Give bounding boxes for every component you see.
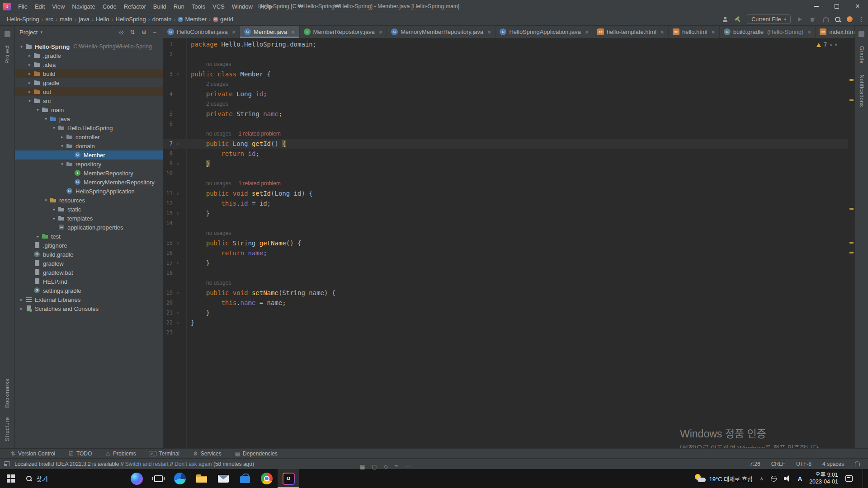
- taskbar-clock[interactable]: 오후 9:01 2023-04-01: [809, 472, 838, 485]
- chevron-collapsed-icon[interactable]: ▸: [34, 234, 42, 239]
- volume-icon[interactable]: [784, 475, 791, 482]
- encoding-widget[interactable]: UTF-8: [796, 461, 811, 467]
- tree-item-memorymemberrepository[interactable]: MemoryMemberRepository: [15, 178, 163, 187]
- tree-item-java[interactable]: ▾java: [15, 114, 163, 123]
- taskbar-app-intellij[interactable]: IJ: [278, 469, 299, 488]
- code-with-me-icon[interactable]: [722, 16, 729, 23]
- tree-item-out[interactable]: ▸out: [15, 87, 163, 96]
- tree-item-hello-spring[interactable]: ▾Hello-SpringC:₩Hello-Spring₩Hello-Sprin…: [15, 42, 163, 51]
- tree-item-gradlew[interactable]: gradlew: [15, 259, 163, 268]
- show-desktop-button[interactable]: [863, 469, 865, 488]
- build-hammer-icon[interactable]: [734, 16, 741, 23]
- tree-item-build[interactable]: ▸build: [15, 69, 163, 78]
- code-text[interactable]: this.id = id;: [183, 200, 271, 207]
- code-text[interactable]: }: [183, 160, 210, 167]
- tool-button-services[interactable]: ⚙Services: [193, 450, 222, 457]
- code-text[interactable]: public Long getId() {: [183, 140, 286, 147]
- code-text[interactable]: }: [183, 210, 210, 217]
- usages-hint[interactable]: 2 usages: [206, 81, 228, 87]
- tab-memorymemberrepository-java[interactable]: CMemoryMemberRepository.java×: [387, 26, 495, 38]
- usages-hint[interactable]: no usages: [206, 131, 231, 137]
- menu-edit[interactable]: Edit: [31, 2, 48, 11]
- code-text[interactable]: this.name = name;: [183, 299, 286, 306]
- warning-stripe-mark[interactable]: [849, 242, 854, 244]
- tab-close-icon[interactable]: ×: [379, 28, 382, 36]
- maximize-button[interactable]: [826, 0, 847, 13]
- code-area[interactable]: 1package Hello.HelloSpring.domain;2no us…: [163, 38, 848, 338]
- profiler-icon[interactable]: [821, 16, 829, 23]
- settings-sync-icon[interactable]: [847, 16, 853, 22]
- chevron-expanded-icon[interactable]: ▾: [58, 162, 66, 166]
- tab-memberrepository-java[interactable]: IMemberRepository.java×: [300, 26, 387, 38]
- usages-hint[interactable]: no usages: [206, 180, 231, 187]
- related-problems-hint[interactable]: 1 related problem: [238, 180, 280, 187]
- chevron-collapsed-icon[interactable]: ▸: [26, 53, 33, 58]
- chevron-collapsed-icon[interactable]: ▸: [18, 297, 25, 302]
- tree-item-application-properties[interactable]: application.properties: [15, 223, 163, 232]
- project-tool-icon[interactable]: [5, 31, 10, 37]
- tree-item-resources[interactable]: ▾resources: [15, 196, 163, 205]
- tree-item-repository[interactable]: ▾repository: [15, 160, 163, 169]
- tool-button-dependencies[interactable]: ▦Dependencies: [235, 450, 278, 457]
- tab-close-icon[interactable]: ×: [712, 28, 715, 36]
- hidden-icons-chevron[interactable]: ∧: [760, 476, 764, 482]
- tool-button-bookmarks[interactable]: Bookmarks: [4, 379, 10, 408]
- taskbar-app-chrome[interactable]: [256, 469, 278, 488]
- breadcrumb-item-getid[interactable]: mgetId: [212, 15, 235, 23]
- next-problem-icon[interactable]: ∨: [835, 42, 837, 47]
- grid-icon[interactable]: ▦: [360, 464, 365, 470]
- taskbar-app-file-explorer[interactable]: [191, 469, 212, 488]
- editor[interactable]: 1package Hello.HelloSpring.domain;2no us…: [163, 38, 854, 448]
- tree-item-gradle[interactable]: ▸.gradle: [15, 51, 163, 60]
- menu-file[interactable]: File: [14, 2, 31, 11]
- menu-vcs[interactable]: VCS: [209, 2, 228, 11]
- chevron-expanded-icon[interactable]: ▾: [34, 108, 42, 112]
- taskbar-app-mail[interactable]: [212, 469, 234, 488]
- tree-item-domain[interactable]: ▾domain: [15, 141, 163, 150]
- tab-build-gradle[interactable]: Gbuild.gradle(Hello-Spring)×: [720, 26, 816, 38]
- notifications-bell-icon[interactable]: [855, 461, 860, 466]
- chevron-collapsed-icon[interactable]: ▸: [26, 89, 33, 94]
- code-text[interactable]: private String name;: [183, 110, 282, 117]
- code-text[interactable]: public String getName() {: [183, 239, 301, 247]
- menu-view[interactable]: View: [48, 2, 68, 11]
- tree-item-main[interactable]: ▾main: [15, 105, 163, 114]
- tree-item-hello-hellospring[interactable]: ▾Hello.HelloSpring: [15, 123, 163, 132]
- taskbar-app-cortana[interactable]: [126, 469, 147, 488]
- chevron-expanded-icon[interactable]: ▾: [26, 99, 33, 103]
- code-text[interactable]: }: [183, 319, 194, 326]
- tab-close-icon[interactable]: ×: [807, 28, 811, 36]
- usages-hint[interactable]: no usages: [206, 61, 231, 67]
- project-view-dropdown[interactable]: Project: [19, 29, 38, 36]
- more-actions-icon[interactable]: ⋮: [858, 16, 863, 23]
- menu-tools[interactable]: Tools: [188, 2, 209, 11]
- collapse-all-icon[interactable]: ⇅: [130, 29, 135, 36]
- chevron-collapsed-icon[interactable]: ▸: [58, 135, 66, 139]
- tab-hello-html[interactable]: <>hello.html×: [669, 26, 720, 38]
- menu-run[interactable]: Run: [170, 2, 188, 11]
- network-icon[interactable]: [771, 476, 777, 482]
- toolwindow-switcher-icon[interactable]: [4, 461, 10, 466]
- menu-navigate[interactable]: Navigate: [68, 2, 99, 11]
- run-icon[interactable]: [796, 16, 803, 23]
- line-separator-widget[interactable]: CRLF: [771, 461, 785, 467]
- caret-position-widget[interactable]: 7:26: [750, 461, 760, 467]
- chevron-expanded-icon[interactable]: ▾: [58, 144, 66, 148]
- usages-hint[interactable]: no usages: [206, 230, 231, 236]
- tree-item-hellospringapplication[interactable]: HelloSpringApplication: [15, 187, 163, 196]
- chevron-collapsed-icon[interactable]: ▸: [26, 71, 33, 76]
- gradle-tool-icon[interactable]: [859, 31, 864, 37]
- tab-close-icon[interactable]: ×: [660, 28, 664, 36]
- code-text[interactable]: public class Member {: [183, 70, 271, 78]
- locate-file-icon[interactable]: ⊙: [119, 29, 124, 36]
- code-text[interactable]: }: [183, 259, 210, 267]
- fold-marker-icon[interactable]: ∨: [173, 141, 183, 146]
- tab-hello-template-html[interactable]: <>hello-template.html×: [593, 26, 669, 38]
- tree-item-gitignore[interactable]: .gitignore: [15, 241, 163, 250]
- tab-close-icon[interactable]: ×: [585, 28, 589, 36]
- code-text[interactable]: private Long id;: [183, 90, 267, 98]
- tool-button-version-control[interactable]: ⇅Version Control: [11, 450, 55, 457]
- tab-close-icon[interactable]: ×: [232, 28, 236, 36]
- breadcrumb-item-member[interactable]: CMember: [176, 15, 208, 23]
- chevron-expanded-icon[interactable]: ▾: [18, 44, 25, 49]
